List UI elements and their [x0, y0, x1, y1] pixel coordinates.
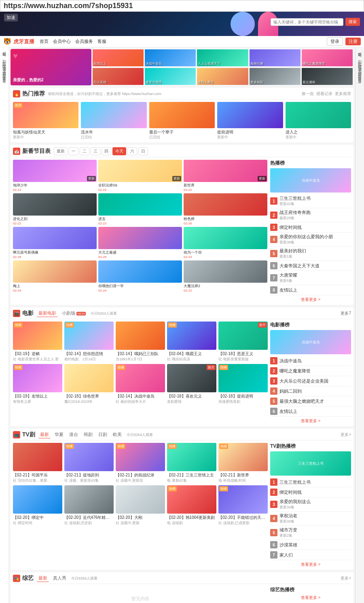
hero-thumb-4[interactable]: 海南往事 — [249, 49, 301, 67]
day-tab-2[interactable]: 二 — [80, 147, 89, 155]
movie-hot-5[interactable]: 5最强大脑之燃烧吧天才 — [270, 396, 351, 406]
hot-recommend-more2[interactable]: 更多推荐 — [335, 91, 351, 97]
right-nav-anime[interactable]: 动漫 — [356, 63, 363, 65]
hero-thumb-2[interactable]: 决战中途岛 — [144, 49, 196, 67]
sched-card-6[interactable]: 粉色师02-26 — [184, 193, 267, 225]
hero-thumb-10[interactable]: 最近播映 — [301, 68, 353, 85]
left-nav-item-music[interactable]: 音乐 — [1, 75, 7, 77]
hot-recommend-more[interactable]: 换一批 — [302, 91, 314, 97]
right-nav-documentary[interactable]: 纪录 — [356, 61, 363, 63]
tv-card-4[interactable]: 独播【02-21】三生三世情上主电 更新42集 — [167, 443, 216, 483]
tv-card-7[interactable]: 【02-20】近代476年精神大传社 连续剧,历史剧 — [64, 485, 114, 526]
search-input[interactable] — [271, 18, 343, 26]
day-tab-6[interactable]: 六 — [127, 147, 137, 155]
tv-card-3[interactable]: 独播【02-21】的前战纪录社 连载中,更新至 — [116, 443, 165, 483]
movie-card-7[interactable]: 【02-18】绿色世界魔幻2018-2019年 — [64, 364, 114, 404]
tv-more[interactable]: 更多> — [341, 432, 351, 438]
sched-card-5[interactable]: 进去02-22 — [98, 193, 182, 225]
tv-hot-more[interactable]: 查看更多 > — [270, 562, 351, 567]
sched-card-10[interactable]: 梅上02-24 — [13, 260, 97, 292]
tv-tab-japan[interactable]: 日剧 — [97, 431, 109, 438]
hero-thumb-3[interactable]: 人上山老虎天下 — [197, 49, 248, 67]
movie-card-9[interactable]: 新片【02-18】喜欢元义喜剧爱情 — [167, 364, 216, 404]
variety-tab-reality[interactable]: 真人秀 — [51, 575, 68, 582]
hot-recommend-history[interactable]: 观看记录 — [316, 91, 332, 97]
tv-hot-1[interactable]: 1三生三世枕上书 — [270, 477, 351, 487]
hot-list-item-7[interactable]: 7大唐荣耀更新5集 — [270, 271, 351, 285]
tv-tab-korean[interactable]: 韩剧 — [82, 431, 94, 438]
tv-tab-western[interactable]: 欧美 — [111, 431, 123, 438]
left-nav-item-tv[interactable]: TV剧 — [1, 51, 7, 58]
hot-card-3[interactable]: 最后一个孽子已完结 — [149, 102, 215, 140]
tv-card-9[interactable]: 独播【02-20】韩1004更新美剧电 连续剧 — [167, 485, 216, 526]
tv-tab-china[interactable]: 华夏 — [53, 431, 65, 438]
sched-card-8[interactable]: 大元之最盛02-25 — [98, 227, 182, 259]
tv-card-10[interactable]: 独播【02-20】不能错过的天下人社 连续剧,已成更新 — [218, 485, 268, 526]
hero-thumb-9[interactable]: 更多精彩 — [249, 68, 301, 85]
right-nav-movie[interactable]: 电影 — [356, 49, 363, 51]
tv-hot-5[interactable]: 5城市万变更新2集 — [270, 526, 351, 540]
hot-list-item-4[interactable]: 4亲爱的你别这么爱我的小朋更新38集 — [270, 233, 351, 247]
hot-list-item-5[interactable]: 5最美好的我们更新1集 — [270, 247, 351, 261]
hero-main[interactable]: 亲爱的，热爱的2 ♥ — [11, 49, 91, 85]
nav-member-service[interactable]: 会员服务 — [74, 38, 94, 45]
movie-hot-6[interactable]: 6友情以上 — [270, 406, 351, 417]
movie-more[interactable]: 更多7 — [341, 311, 351, 316]
movie-hot-more[interactable]: 查看更多 > — [270, 418, 351, 424]
login-button[interactable]: 登录 — [327, 37, 343, 46]
tv-hot-7[interactable]: 7家人们 — [270, 550, 351, 560]
hero-thumb-1[interactable]: 友情以上 — [92, 49, 144, 67]
movie-card-3[interactable]: 【02-14】哦妈已三别队当1991年1月7日 — [116, 322, 165, 362]
tv-card-6[interactable]: 【02-20】绑定中社 绑定时间 — [13, 485, 62, 526]
movie-hot-4[interactable]: 4妈妈二回到 — [270, 386, 351, 396]
movie-card-5[interactable]: 新片【02-18】恶是王义社 电影质量更新版 — [218, 322, 268, 362]
movie-card-4[interactable]: 独播【02-04】哦霸王义社 哦你好高清 — [167, 322, 216, 362]
tv-card-2[interactable]: 独播【02-21】提地距到社 连载、更新至43集 — [64, 443, 114, 483]
movie-hot-thumb[interactable]: 决战中途岛 — [270, 330, 351, 354]
sched-card-1[interactable]: 更新地球少年02-22 — [13, 160, 97, 192]
hero-thumb-7[interactable]: 速度与激情 — [144, 68, 196, 85]
tv-tab-new[interactable]: 最新 — [38, 431, 51, 438]
right-nav-music[interactable]: 音乐 — [356, 76, 363, 77]
sched-card-12[interactable]: 大魔法师202-22 — [184, 260, 267, 292]
movie-tab-new[interactable]: 最新电影 — [37, 310, 58, 317]
right-nav-sports[interactable]: 体育 — [356, 73, 363, 75]
movie-hot-1[interactable]: 1决战中途岛 — [270, 356, 351, 366]
tv-hot-4[interactable]: 4掌权治老更新34集 — [270, 512, 351, 526]
right-nav-ent[interactable]: 娱乐 — [356, 71, 363, 72]
movie-card-1[interactable]: 独播【02-19】逆鳞社 电影质量世界人员之人 更 — [13, 322, 62, 362]
day-tab-new[interactable]: 最新 — [54, 147, 68, 155]
right-nav-tv[interactable]: TV剧 — [356, 51, 363, 58]
nav-member-center[interactable]: 会员中心 — [52, 38, 72, 45]
tv-card-5[interactable]: 独播【02-21】新世界地 科技战略,时间 — [218, 443, 268, 483]
day-tab-today[interactable]: 今天 — [112, 147, 126, 155]
search-button[interactable]: 搜索 — [345, 18, 360, 26]
sched-card-9[interactable]: 他为一个你02-24 — [184, 227, 267, 259]
hero-thumb-5[interactable]: 哪吒之魔童降世 — [301, 49, 353, 67]
tv-hot-2[interactable]: 2绑定时间线 — [270, 487, 351, 497]
day-tab-1[interactable]: 一 — [69, 147, 78, 155]
right-nav-variety[interactable]: 综艺 — [356, 59, 363, 60]
variety-hot-more[interactable]: 查看更多 > — [270, 595, 351, 601]
right-nav-kids[interactable]: 少儿 — [356, 66, 363, 68]
right-nav-game[interactable]: 游戏 — [356, 68, 363, 70]
movie-hot-3[interactable]: 3大兵乐公司还是企业美国 — [270, 376, 351, 386]
movie-hot-2[interactable]: 2哪吒之魔童降世 — [270, 366, 351, 376]
sched-card-2[interactable]: 更新全职法师S602-22 — [98, 160, 182, 192]
hot-tv-list-more[interactable]: 查看更多 > — [270, 297, 351, 303]
tv-tab-hk[interactable]: 港台 — [68, 431, 80, 438]
tv-card-1[interactable]: 【02-21】司国平乐社 完结共32集，更新 — [13, 443, 62, 483]
nav-home[interactable]: 首页 — [38, 38, 50, 45]
day-tab-sun[interactable]: 日 — [138, 147, 148, 155]
movie-card-8[interactable]: 独播【02-14】决战中途岛社 最好的战争大片 — [116, 364, 165, 404]
movie-card-2[interactable]: 独播【02-14】想你想恋情相约电影、2月14日 — [64, 322, 114, 362]
day-tab-4[interactable]: 四 — [102, 147, 111, 155]
tv-card-8[interactable]: 【02-20】大刚社 连载中,更新 — [116, 485, 165, 526]
variety-more[interactable]: 更多> — [341, 575, 351, 581]
sched-card-7[interactable]: 啊元器号新偶像02-26 — [13, 227, 97, 259]
tv-hot-3[interactable]: 3亲爱的我别这么更新34集 — [270, 497, 351, 512]
hot-list-item-1[interactable]: 1三生三世枕上书更新42集 — [270, 194, 351, 208]
hot-card-4[interactable]: 提前进明更新中 — [217, 102, 283, 140]
nav-support[interactable]: 客服 — [96, 38, 108, 45]
variety-tab-new[interactable]: 最新 — [37, 575, 49, 582]
